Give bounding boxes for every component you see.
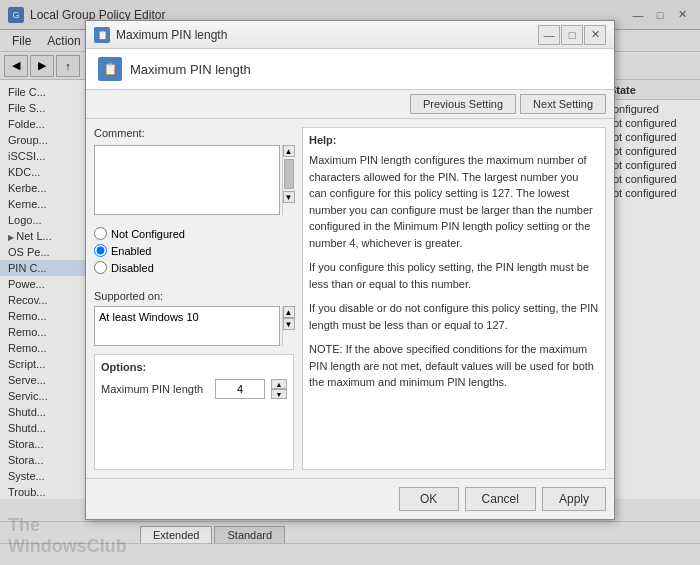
supported-section: Supported on: At least Windows 10 ▲ ▼: [94, 290, 294, 346]
help-section: Help: Maximum PIN length configures the …: [302, 127, 606, 470]
dialog-content: Comment: ▲ ▼ Not Configured: [86, 119, 614, 478]
radio-disabled-input[interactable]: [94, 261, 107, 274]
ok-button[interactable]: OK: [399, 487, 459, 511]
dialog-right-panel: Help: Maximum PIN length configures the …: [302, 127, 606, 470]
apply-button[interactable]: Apply: [542, 487, 606, 511]
comment-section: Comment: ▲ ▼: [94, 127, 294, 215]
cancel-button[interactable]: Cancel: [465, 487, 536, 511]
radio-disabled[interactable]: Disabled: [94, 261, 294, 274]
dialog-maximize-button[interactable]: □: [561, 25, 583, 45]
comment-scrollbar: ▲ ▼: [282, 145, 294, 215]
options-title: Options:: [101, 361, 287, 373]
dialog-header-title: Maximum PIN length: [130, 62, 251, 77]
scroll-up-arrow[interactable]: ▲: [283, 145, 295, 157]
dialog-titlebar: 📋 Maximum PIN length — □ ✕: [86, 21, 614, 49]
help-para-3: If you disable or do not configure this …: [309, 300, 599, 333]
pin-length-input[interactable]: [215, 379, 265, 399]
scroll-up-arrow[interactable]: ▲: [283, 306, 295, 318]
next-setting-button[interactable]: Next Setting: [520, 94, 606, 114]
radio-not-configured[interactable]: Not Configured: [94, 227, 294, 240]
dialog-left-panel: Comment: ▲ ▼ Not Configured: [94, 127, 294, 470]
supported-scrollbar: ▲ ▼: [282, 306, 294, 346]
spin-up-button[interactable]: ▲: [271, 379, 287, 389]
option-row: Maximum PIN length ▲ ▼: [101, 379, 287, 399]
dialog-close-button[interactable]: ✕: [584, 25, 606, 45]
previous-setting-button[interactable]: Previous Setting: [410, 94, 516, 114]
scroll-down-arrow[interactable]: ▼: [283, 318, 295, 330]
dialog-maximum-pin: 📋 Maximum PIN length — □ ✕ 📋 Maximum PIN…: [85, 20, 615, 520]
comment-textarea[interactable]: [94, 145, 280, 215]
help-text: Maximum PIN length configures the maximu…: [309, 152, 599, 391]
dialog-title-icon: 📋: [94, 27, 110, 43]
help-para-1: Maximum PIN length configures the maximu…: [309, 152, 599, 251]
radio-disabled-label: Disabled: [111, 262, 154, 274]
supported-label: Supported on:: [94, 290, 294, 302]
radio-not-configured-input[interactable]: [94, 227, 107, 240]
radio-enabled-label: Enabled: [111, 245, 151, 257]
scroll-thumb[interactable]: [284, 159, 294, 189]
options-section: Options: Maximum PIN length ▲ ▼: [94, 354, 294, 470]
dialog-overlay: 📋 Maximum PIN length — □ ✕ 📋 Maximum PIN…: [0, 0, 700, 565]
dialog-minimize-button[interactable]: —: [538, 25, 560, 45]
spin-down-button[interactable]: ▼: [271, 389, 287, 399]
radio-group: Not Configured Enabled Disabled: [94, 227, 294, 274]
supported-text: At least Windows 10: [99, 311, 199, 323]
dialog-footer: OK Cancel Apply: [86, 478, 614, 519]
scroll-down-arrow[interactable]: ▼: [283, 191, 295, 203]
option-label: Maximum PIN length: [101, 383, 209, 395]
dialog-title: Maximum PIN length: [116, 28, 538, 42]
dialog-header-icon: 📋: [98, 57, 122, 81]
help-title: Help:: [309, 134, 599, 146]
dialog-header: 📋 Maximum PIN length: [86, 49, 614, 90]
radio-not-configured-label: Not Configured: [111, 228, 185, 240]
spin-buttons: ▲ ▼: [271, 379, 287, 399]
dialog-window-buttons: — □ ✕: [538, 25, 606, 45]
comment-label: Comment:: [94, 127, 294, 139]
dialog-nav: Previous Setting Next Setting: [86, 90, 614, 119]
help-para-2: If you configure this policy setting, th…: [309, 259, 599, 292]
supported-box: At least Windows 10: [94, 306, 280, 346]
radio-enabled[interactable]: Enabled: [94, 244, 294, 257]
help-para-4: NOTE: If the above specified conditions …: [309, 341, 599, 391]
radio-enabled-input[interactable]: [94, 244, 107, 257]
